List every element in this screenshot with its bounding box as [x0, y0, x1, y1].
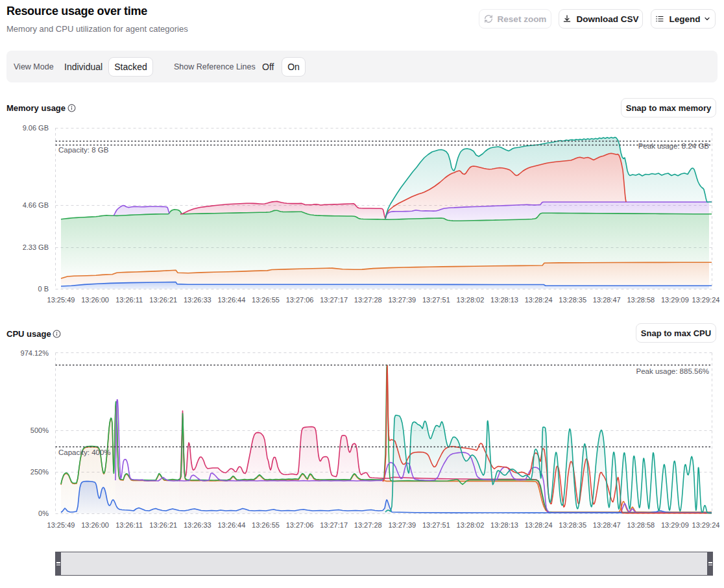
svg-text:13:29:24: 13:29:24 [692, 296, 720, 304]
svg-text:13:26:33: 13:26:33 [184, 521, 211, 529]
svg-text:13:27:28: 13:27:28 [354, 521, 382, 529]
svg-text:2.33 GB: 2.33 GB [23, 243, 49, 251]
svg-text:13:27:39: 13:27:39 [388, 521, 416, 529]
svg-text:13:26:44: 13:26:44 [217, 521, 245, 529]
svg-text:13:26:11: 13:26:11 [115, 521, 143, 529]
svg-text:13:28:35: 13:28:35 [559, 521, 586, 529]
svg-text:13:26:21: 13:26:21 [149, 521, 177, 529]
svg-text:13:28:02: 13:28:02 [457, 296, 485, 304]
svg-text:13:28:02: 13:28:02 [457, 521, 485, 529]
svg-text:13:26:44: 13:26:44 [217, 296, 245, 304]
svg-text:13:28:13: 13:28:13 [490, 296, 518, 304]
svg-text:13:28:24: 13:28:24 [525, 296, 553, 304]
svg-text:13:27:06: 13:27:06 [286, 521, 314, 529]
svg-text:0 B: 0 B [38, 285, 49, 293]
svg-text:13:29:09: 13:29:09 [661, 296, 689, 304]
svg-text:13:28:13: 13:28:13 [490, 521, 518, 529]
svg-text:13:28:47: 13:28:47 [593, 296, 621, 304]
svg-text:13:27:39: 13:27:39 [388, 296, 416, 304]
svg-text:Peak usage: 8.24 GB: Peak usage: 8.24 GB [638, 142, 710, 150]
svg-text:13:28:58: 13:28:58 [627, 296, 655, 304]
svg-text:13:25:49: 13:25:49 [47, 296, 75, 304]
svg-text:13:28:47: 13:28:47 [593, 521, 621, 529]
svg-text:13:27:51: 13:27:51 [422, 296, 450, 304]
svg-text:13:27:51: 13:27:51 [422, 521, 450, 529]
svg-text:13:27:28: 13:27:28 [354, 296, 382, 304]
svg-text:13:28:35: 13:28:35 [559, 296, 586, 304]
svg-text:Capacity: 8 GB: Capacity: 8 GB [58, 146, 109, 154]
svg-text:13:26:55: 13:26:55 [252, 521, 280, 529]
svg-text:Capacity: 400%: Capacity: 400% [58, 448, 111, 456]
svg-text:0%: 0% [38, 509, 49, 517]
svg-text:13:26:21: 13:26:21 [149, 296, 177, 304]
svg-text:974.12%: 974.12% [21, 349, 49, 357]
svg-text:13:27:17: 13:27:17 [320, 296, 348, 304]
svg-text:13:26:55: 13:26:55 [252, 296, 280, 304]
svg-text:13:27:06: 13:27:06 [286, 296, 314, 304]
svg-text:4.66 GB: 4.66 GB [23, 201, 49, 209]
svg-text:500%: 500% [30, 426, 49, 434]
svg-text:13:29:09: 13:29:09 [661, 521, 689, 529]
svg-text:13:28:24: 13:28:24 [525, 521, 553, 529]
svg-text:13:26:00: 13:26:00 [81, 521, 109, 529]
svg-text:Peak usage: 885.56%: Peak usage: 885.56% [636, 367, 709, 375]
svg-text:13:26:33: 13:26:33 [184, 296, 211, 304]
svg-text:13:26:00: 13:26:00 [81, 296, 109, 304]
svg-text:13:25:49: 13:25:49 [47, 521, 75, 529]
svg-text:13:27:17: 13:27:17 [320, 521, 348, 529]
svg-text:13:26:11: 13:26:11 [115, 296, 143, 304]
svg-text:13:28:58: 13:28:58 [627, 521, 655, 529]
svg-text:250%: 250% [30, 468, 49, 476]
svg-text:9.06 GB: 9.06 GB [23, 124, 49, 132]
svg-text:13:29:24: 13:29:24 [692, 521, 720, 529]
